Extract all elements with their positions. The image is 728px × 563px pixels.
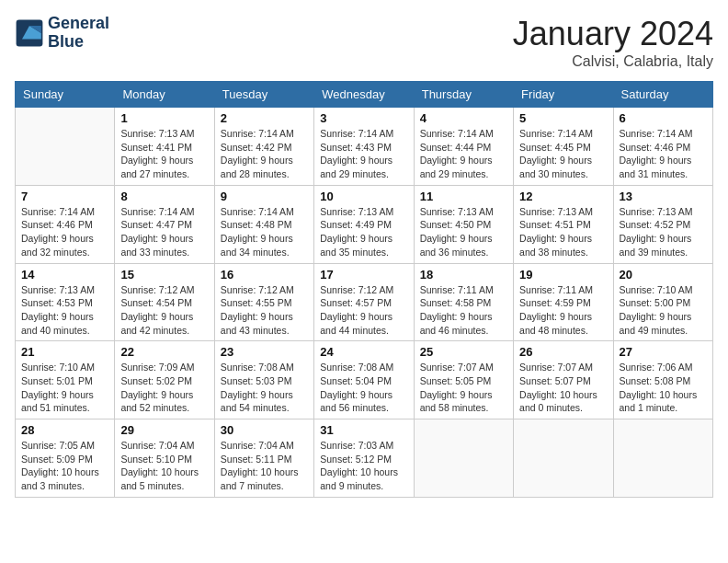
day-cell: 5Sunrise: 7:14 AM Sunset: 4:45 PM Daylig… [514,108,613,186]
column-header-friday: Friday [514,82,613,108]
day-cell: 23Sunrise: 7:08 AM Sunset: 5:03 PM Dayli… [214,341,313,419]
day-detail: Sunrise: 7:14 AM Sunset: 4:42 PM Dayligh… [221,127,308,181]
day-number: 29 [120,423,208,437]
day-number: 10 [320,190,407,203]
day-detail: Sunrise: 7:14 AM Sunset: 4:43 PM Dayligh… [320,127,407,181]
day-cell: 9Sunrise: 7:14 AM Sunset: 4:48 PM Daylig… [214,185,313,263]
day-detail: Sunrise: 7:13 AM Sunset: 4:41 PM Dayligh… [120,127,208,181]
day-detail: Sunrise: 7:05 AM Sunset: 5:09 PM Dayligh… [21,439,108,493]
week-row-5: 28Sunrise: 7:05 AM Sunset: 5:09 PM Dayli… [16,419,713,498]
day-detail: Sunrise: 7:04 AM Sunset: 5:10 PM Dayligh… [120,439,208,493]
week-row-4: 21Sunrise: 7:10 AM Sunset: 5:01 PM Dayli… [16,341,713,419]
header-row: SundayMondayTuesdayWednesdayThursdayFrid… [16,82,713,108]
title-area: January 2024 Calvisi, Calabria, Italy [513,15,713,70]
day-number: 5 [519,111,607,125]
day-cell: 6Sunrise: 7:14 AM Sunset: 4:46 PM Daylig… [613,108,712,186]
day-number: 19 [519,268,607,282]
day-cell: 27Sunrise: 7:06 AM Sunset: 5:08 PM Dayli… [613,341,712,419]
day-cell: 30Sunrise: 7:04 AM Sunset: 5:11 PM Dayli… [214,419,313,498]
day-number: 2 [221,111,308,125]
day-detail: Sunrise: 7:08 AM Sunset: 5:04 PM Dayligh… [320,361,407,415]
day-number: 12 [519,190,607,203]
day-cell: 7Sunrise: 7:14 AM Sunset: 4:46 PM Daylig… [16,185,115,263]
day-cell: 13Sunrise: 7:13 AM Sunset: 4:52 PM Dayli… [613,185,712,263]
day-number: 18 [420,268,507,282]
day-detail: Sunrise: 7:12 AM Sunset: 4:54 PM Dayligh… [120,283,208,338]
day-detail: Sunrise: 7:13 AM Sunset: 4:49 PM Dayligh… [320,205,407,259]
day-number: 9 [221,190,308,203]
day-detail: Sunrise: 7:08 AM Sunset: 5:03 PM Dayligh… [221,361,308,415]
day-number: 7 [21,190,108,203]
day-number: 17 [320,268,407,282]
day-cell: 1Sunrise: 7:13 AM Sunset: 4:41 PM Daylig… [115,108,214,186]
day-cell: 24Sunrise: 7:08 AM Sunset: 5:04 PM Dayli… [314,341,414,419]
day-detail: Sunrise: 7:07 AM Sunset: 5:07 PM Dayligh… [519,361,607,415]
day-cell: 15Sunrise: 7:12 AM Sunset: 4:54 PM Dayli… [115,263,214,341]
column-header-wednesday: Wednesday [314,82,414,108]
day-cell: 22Sunrise: 7:09 AM Sunset: 5:02 PM Dayli… [115,341,214,419]
day-number: 23 [221,345,308,359]
column-header-monday: Monday [115,82,214,108]
week-row-2: 7Sunrise: 7:14 AM Sunset: 4:46 PM Daylig… [16,185,713,263]
page-header: General Blue January 2024 Calvisi, Calab… [15,15,713,70]
day-number: 1 [120,111,208,125]
logo-icon [15,18,44,48]
day-detail: Sunrise: 7:09 AM Sunset: 5:02 PM Dayligh… [120,361,208,415]
day-number: 15 [120,268,208,282]
day-number: 28 [21,423,108,437]
day-cell [613,419,712,498]
day-number: 25 [420,345,507,359]
day-number: 22 [120,345,208,359]
day-cell: 20Sunrise: 7:10 AM Sunset: 5:00 PM Dayli… [613,263,712,341]
week-row-1: 1Sunrise: 7:13 AM Sunset: 4:41 PM Daylig… [16,108,713,186]
day-detail: Sunrise: 7:14 AM Sunset: 4:46 PM Dayligh… [620,127,707,181]
day-number: 31 [320,423,407,437]
day-number: 26 [519,345,607,359]
day-cell: 17Sunrise: 7:12 AM Sunset: 4:57 PM Dayli… [314,263,414,341]
day-detail: Sunrise: 7:14 AM Sunset: 4:46 PM Dayligh… [21,205,108,259]
day-detail: Sunrise: 7:04 AM Sunset: 5:11 PM Dayligh… [221,439,308,493]
day-detail: Sunrise: 7:14 AM Sunset: 4:48 PM Dayligh… [221,205,308,259]
day-detail: Sunrise: 7:11 AM Sunset: 4:59 PM Dayligh… [519,283,607,338]
day-number: 20 [620,268,707,282]
day-detail: Sunrise: 7:14 AM Sunset: 4:44 PM Dayligh… [420,127,507,181]
column-header-tuesday: Tuesday [214,82,313,108]
day-detail: Sunrise: 7:03 AM Sunset: 5:12 PM Dayligh… [320,439,407,493]
day-number: 27 [620,345,707,359]
day-cell: 12Sunrise: 7:13 AM Sunset: 4:51 PM Dayli… [514,185,613,263]
day-cell: 2Sunrise: 7:14 AM Sunset: 4:42 PM Daylig… [214,108,313,186]
calendar-body: 1Sunrise: 7:13 AM Sunset: 4:41 PM Daylig… [16,108,713,498]
day-number: 21 [21,345,108,359]
day-number: 14 [21,268,108,282]
day-detail: Sunrise: 7:10 AM Sunset: 5:00 PM Dayligh… [620,283,707,338]
day-cell: 14Sunrise: 7:13 AM Sunset: 4:53 PM Dayli… [16,263,115,341]
day-cell: 16Sunrise: 7:12 AM Sunset: 4:55 PM Dayli… [214,263,313,341]
day-cell: 26Sunrise: 7:07 AM Sunset: 5:07 PM Dayli… [514,341,613,419]
day-detail: Sunrise: 7:14 AM Sunset: 4:47 PM Dayligh… [120,205,208,259]
calendar-header: SundayMondayTuesdayWednesdayThursdayFrid… [16,82,713,108]
column-header-sunday: Sunday [16,82,115,108]
day-cell [16,108,115,186]
week-row-3: 14Sunrise: 7:13 AM Sunset: 4:53 PM Dayli… [16,263,713,341]
day-number: 4 [420,111,507,125]
day-cell [414,419,513,498]
day-number: 16 [221,268,308,282]
day-cell: 4Sunrise: 7:14 AM Sunset: 4:44 PM Daylig… [414,108,513,186]
day-number: 11 [420,190,507,203]
day-cell [514,419,613,498]
day-cell: 18Sunrise: 7:11 AM Sunset: 4:58 PM Dayli… [414,263,513,341]
day-number: 24 [320,345,407,359]
day-detail: Sunrise: 7:06 AM Sunset: 5:08 PM Dayligh… [620,361,707,415]
day-number: 3 [320,111,407,125]
day-number: 30 [221,423,308,437]
day-cell: 29Sunrise: 7:04 AM Sunset: 5:10 PM Dayli… [115,419,214,498]
logo-text: General Blue [48,15,109,52]
day-detail: Sunrise: 7:11 AM Sunset: 4:58 PM Dayligh… [420,283,507,338]
day-detail: Sunrise: 7:14 AM Sunset: 4:45 PM Dayligh… [519,127,607,181]
day-number: 8 [120,190,208,203]
calendar-table: SundayMondayTuesdayWednesdayThursdayFrid… [15,81,713,498]
day-detail: Sunrise: 7:10 AM Sunset: 5:01 PM Dayligh… [21,361,108,415]
day-cell: 21Sunrise: 7:10 AM Sunset: 5:01 PM Dayli… [16,341,115,419]
column-header-saturday: Saturday [613,82,712,108]
day-cell: 11Sunrise: 7:13 AM Sunset: 4:50 PM Dayli… [414,185,513,263]
